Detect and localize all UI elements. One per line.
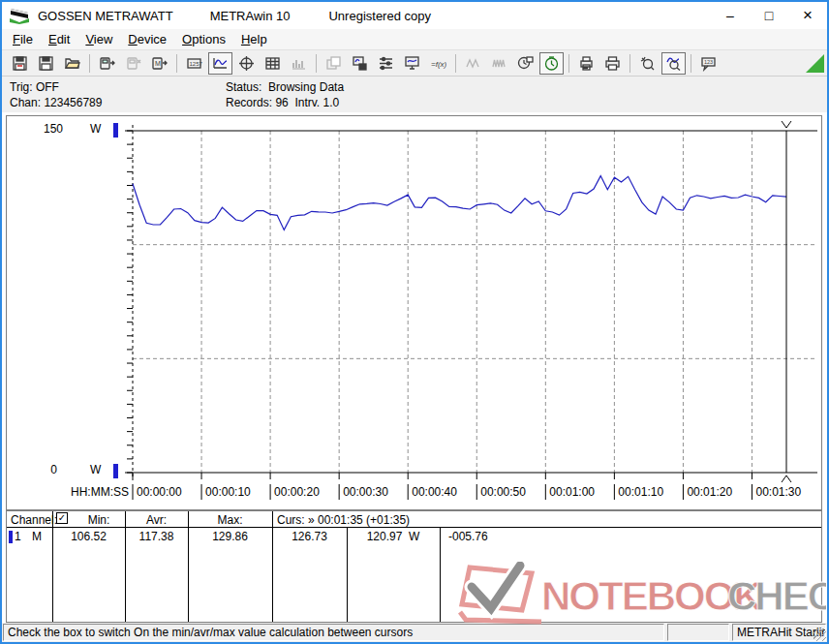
notes-icon[interactable]: 123 xyxy=(696,52,721,75)
avr-value: 117.38 xyxy=(125,530,188,543)
open-icon[interactable] xyxy=(60,52,84,75)
table-header-divider xyxy=(7,527,821,528)
toolbar-separator xyxy=(89,54,90,73)
toolbar: M1257=f(x)123 xyxy=(2,50,827,77)
logo-text-secondary: CHECK xyxy=(727,573,826,619)
minimize-button[interactable]: – xyxy=(711,2,750,29)
toolbar-separator xyxy=(176,54,177,73)
read-device-icon[interactable] xyxy=(95,52,119,75)
digital-view-icon[interactable]: 1257 xyxy=(182,52,206,75)
col-header-channel: Channel: xyxy=(11,513,57,527)
cursor-difference-value: -005.76 xyxy=(448,530,488,543)
col-header-avr: Avr: xyxy=(125,513,188,527)
y-axis-max-label: 150 xyxy=(24,122,63,136)
menu-item-file[interactable]: File xyxy=(5,30,41,48)
toolbar-corner-grip xyxy=(806,54,824,73)
x-tick-label: 00:01:30 xyxy=(755,485,801,499)
cursor2-marker-top[interactable] xyxy=(782,121,791,128)
menu-bar: FileEditViewDeviceOptionsHelp xyxy=(2,29,827,50)
info-strip: Trig: OFF Chan: 123456789 Status: Browsi… xyxy=(2,77,827,112)
metrawin-window: GOSSEN METRAWATT METRAwin 10 Unregistere… xyxy=(0,0,829,644)
channel1-range-marker-bottom xyxy=(113,464,118,478)
col-header-max: Max: xyxy=(188,513,272,527)
toolbar-separator xyxy=(568,54,569,73)
toolbar-separator xyxy=(629,54,630,73)
x-tick-label: 00:01:20 xyxy=(687,485,732,499)
status-text: Status: Browsing Data xyxy=(226,80,344,94)
menu-item-edit[interactable]: Edit xyxy=(41,30,77,48)
stop-device-icon xyxy=(121,52,145,75)
menu-item-view[interactable]: View xyxy=(77,30,120,48)
channel-number: 1 xyxy=(15,530,21,543)
x-tick-label: 00:00:50 xyxy=(480,485,526,499)
zoom-pan-icon[interactable] xyxy=(635,52,660,75)
menu-item-options[interactable]: Options xyxy=(174,30,233,48)
records-text: Records: 96 Intrv. 1.0 xyxy=(226,96,339,109)
save-as-icon[interactable] xyxy=(34,52,58,75)
x-tick-label: 00:00:40 xyxy=(412,485,457,499)
x-tick-label: 00:00:00 xyxy=(137,485,182,499)
cursor1-value: 126.73 xyxy=(272,530,347,543)
svg-text:M: M xyxy=(155,60,161,67)
power-chart[interactable] xyxy=(7,116,821,509)
minmax-calc-checkbox[interactable]: ✓ xyxy=(56,512,68,524)
resize-grip[interactable] xyxy=(814,629,826,641)
maximize-button[interactable]: □ xyxy=(750,2,788,29)
cursor2-marker-bottom[interactable] xyxy=(782,475,791,482)
channel1-color-marker xyxy=(9,531,13,543)
window-controls: – □ × xyxy=(711,2,827,29)
x-tick-label: 00:00:10 xyxy=(205,485,251,499)
max-value: 129.86 xyxy=(188,530,272,543)
col-header-cursor: Curs: » 00:01:35 (+01:35) xyxy=(277,513,410,527)
print-icon[interactable] xyxy=(600,52,625,75)
x-axis-format-label: HH:MM:SS xyxy=(51,485,129,499)
trig-status: Trig: OFF xyxy=(10,80,59,94)
svg-text:123: 123 xyxy=(704,59,713,65)
chart-panel: 150 W 0 W HH:MM:SS 00:00:0000:00:1000:00… xyxy=(6,115,822,510)
channel1-trace xyxy=(133,176,786,230)
x-tick-label: 00:00:30 xyxy=(343,485,388,499)
compress-wave-icon xyxy=(461,52,485,75)
menu-item-device[interactable]: Device xyxy=(120,30,174,48)
close-button[interactable]: × xyxy=(788,2,827,29)
title-app-name: GOSSEN METRAWATT xyxy=(38,9,173,23)
export-curve-icon[interactable] xyxy=(348,52,372,75)
y-axis-unit-bottom: W xyxy=(90,463,101,476)
table-view-icon[interactable] xyxy=(261,52,285,75)
channel-config-icon[interactable] xyxy=(374,52,398,75)
notebookcheck-logo: NOTEBOOK CHECK xyxy=(458,562,826,628)
title-bar: GOSSEN METRAWATT METRAwin 10 Unregistere… xyxy=(2,2,827,29)
copy-window-icon xyxy=(322,52,346,75)
memory-device-icon[interactable]: M xyxy=(147,52,171,75)
online-view-icon[interactable] xyxy=(400,52,424,75)
col-header-min: Min: xyxy=(73,513,125,527)
y-axis-min-label: 0 xyxy=(24,463,57,476)
toolbar-separator xyxy=(691,54,691,73)
zoom-mode-icon[interactable] xyxy=(661,52,686,75)
save-icon[interactable] xyxy=(8,52,32,75)
title-license: Unregistered copy xyxy=(328,9,431,23)
svg-text:=f(x): =f(x) xyxy=(431,60,446,69)
expand-wave-icon xyxy=(487,52,511,75)
app-logo-icon xyxy=(9,7,30,24)
title-program-name: METRAwin 10 xyxy=(210,9,291,23)
xy-view-icon[interactable] xyxy=(234,52,259,75)
timer-run-icon[interactable] xyxy=(539,52,564,75)
chan-status: Chan: 123456789 xyxy=(10,96,102,109)
x-tick-label: 00:01:10 xyxy=(618,485,663,499)
y-axis-unit-top: W xyxy=(90,122,101,136)
svg-text:1257: 1257 xyxy=(190,61,203,67)
curve-view-icon[interactable] xyxy=(208,52,232,75)
time-config-icon[interactable] xyxy=(513,52,537,75)
toolbar-separator xyxy=(316,54,317,73)
formula-icon[interactable]: =f(x) xyxy=(426,52,450,75)
print-preview-icon[interactable] xyxy=(574,52,599,75)
channel-mode: M xyxy=(32,530,42,543)
x-tick-label: 00:00:20 xyxy=(274,485,320,499)
menu-item-help[interactable]: Help xyxy=(233,30,275,48)
cursor2-value: 120.97 W xyxy=(347,530,440,543)
toolbar-separator xyxy=(455,54,456,73)
min-value: 106.52 xyxy=(52,530,125,543)
channel1-range-marker-top xyxy=(113,123,118,138)
x-tick-label: 00:01:00 xyxy=(549,485,595,499)
